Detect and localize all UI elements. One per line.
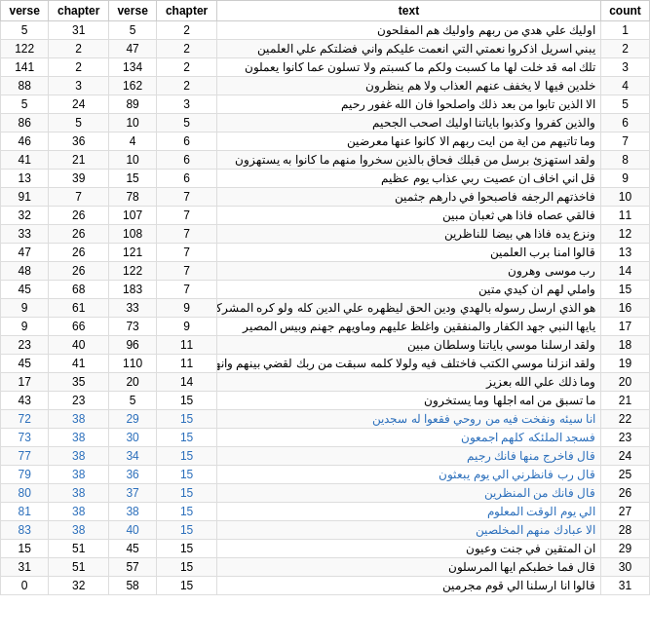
cell-text: خلدين فيها لا يخفف عنهم العذاب ولا هم ين… <box>216 77 600 95</box>
cell-verse2: 73 <box>1 429 49 447</box>
cell-verse2: 48 <box>1 262 49 281</box>
cell-text: الا الذين تابوا من بعد ذلك واصلحوا فان ا… <box>216 95 600 114</box>
main-table: count text chapter verse chapter verse 1… <box>0 0 650 595</box>
cell-chapter2: 26 <box>49 244 109 262</box>
table-row: 22انا سيئه ونفخت فيه من روحي فقعوا له سج… <box>1 410 650 429</box>
cell-chapter1: 2 <box>157 58 217 77</box>
cell-verse1: 183 <box>109 281 157 299</box>
cell-count: 31 <box>601 577 650 595</box>
table-row: 28الا عبادك منهم المخلصين15403883 <box>1 521 650 540</box>
cell-count: 1 <box>601 21 650 40</box>
cell-chapter1: 15 <box>157 410 217 429</box>
cell-count: 4 <box>601 77 650 95</box>
cell-text: انا سيئه ونفخت فيه من روحي فقعوا له سجدي… <box>216 410 600 429</box>
cell-count: 19 <box>601 355 650 373</box>
cell-verse2: 81 <box>1 503 49 521</box>
cell-chapter2: 35 <box>49 373 109 392</box>
cell-text: وما تاتيهم من اية من ايت ربهم الا كانوا … <box>216 133 600 151</box>
cell-text: ولقد ارسلنا موسي باياتنا وسلطان مبين <box>216 336 600 355</box>
cell-chapter2: 38 <box>49 429 109 447</box>
table-row: 17يايها النبي جهد الكفار والمنفقين واغلظ… <box>1 318 650 336</box>
cell-verse2: 77 <box>1 447 49 466</box>
cell-verse2: 47 <box>1 244 49 262</box>
cell-count: 12 <box>601 225 650 244</box>
cell-text: قل اني اخاف ان عصيت ربي عذاب يوم عظيم <box>216 170 600 188</box>
cell-verse2: 9 <box>1 299 49 318</box>
cell-count: 30 <box>601 558 650 577</box>
cell-verse1: 5 <box>109 21 157 40</box>
cell-count: 20 <box>601 373 650 392</box>
cell-verse1: 73 <box>109 318 157 336</box>
table-row: 25قال رب فانظرني الي يوم يبعثون15363879 <box>1 466 650 484</box>
cell-chapter1: 6 <box>157 170 217 188</box>
cell-verse1: 10 <box>109 114 157 133</box>
cell-verse2: 41 <box>1 151 49 170</box>
header-verse2: verse <box>1 1 49 21</box>
cell-count: 7 <box>601 133 650 151</box>
cell-verse1: 78 <box>109 188 157 207</box>
table-row: 12ونزع يده فاذا هي بيضا للناظرين71082633 <box>1 225 650 244</box>
cell-chapter1: 15 <box>157 466 217 484</box>
cell-chapter1: 15 <box>157 429 217 447</box>
cell-chapter1: 15 <box>157 540 217 558</box>
cell-verse2: 43 <box>1 392 49 410</box>
cell-verse1: 89 <box>109 95 157 114</box>
cell-chapter2: 2 <box>49 40 109 58</box>
cell-chapter1: 7 <box>157 225 217 244</box>
cell-verse2: 13 <box>1 170 49 188</box>
cell-verse1: 40 <box>109 521 157 540</box>
cell-text: فاخذتهم الرجفه فاصبحوا في دارهم جثمين <box>216 188 600 207</box>
cell-verse1: 20 <box>109 373 157 392</box>
cell-text: قالوا امنا برب العلمين <box>216 244 600 262</box>
cell-chapter2: 68 <box>49 281 109 299</box>
cell-chapter2: 7 <box>49 188 109 207</box>
cell-chapter2: 38 <box>49 410 109 429</box>
cell-verse2: 91 <box>1 188 49 207</box>
cell-count: 26 <box>601 484 650 503</box>
table-row: 29ان المتقين في جنت وعيون15455115 <box>1 540 650 558</box>
cell-chapter2: 39 <box>49 170 109 188</box>
cell-text: تلك امه قد خلت لها ما كسبت ولكم ما كسبتم… <box>216 58 600 77</box>
cell-verse1: 57 <box>109 558 157 577</box>
cell-chapter1: 7 <box>157 262 217 281</box>
cell-chapter2: 3 <box>49 77 109 95</box>
cell-verse1: 47 <box>109 40 157 58</box>
table-row: 7وما تاتيهم من اية من ايت ربهم الا كانوا… <box>1 133 650 151</box>
table-row: 15واملي لهم ان كيدي متين71836845 <box>1 281 650 299</box>
cell-count: 13 <box>601 244 650 262</box>
cell-verse1: 38 <box>109 503 157 521</box>
table-row: 14رب موسى وهرون71222648 <box>1 262 650 281</box>
cell-chapter1: 15 <box>157 577 217 595</box>
cell-chapter1: 11 <box>157 355 217 373</box>
cell-chapter2: 5 <box>49 114 109 133</box>
table-row: 31قالوا انا ارسلنا الي قوم مجرمين1558320 <box>1 577 650 595</box>
cell-verse2: 31 <box>1 558 49 577</box>
cell-count: 17 <box>601 318 650 336</box>
cell-text: فالقي عصاه فاذا هي ثعبان مبين <box>216 207 600 225</box>
cell-chapter2: 2 <box>49 58 109 77</box>
cell-chapter2: 26 <box>49 225 109 244</box>
cell-count: 15 <box>601 281 650 299</box>
cell-verse1: 30 <box>109 429 157 447</box>
cell-verse1: 10 <box>109 151 157 170</box>
cell-chapter1: 15 <box>157 503 217 521</box>
cell-verse2: 141 <box>1 58 49 77</box>
table-row: 6والذين كفروا وكذبوا باياتنا اوليك اصحب … <box>1 114 650 133</box>
cell-text: يبني اسريل اذكروا نعمتي التي انعمت عليكم… <box>216 40 600 58</box>
cell-verse1: 45 <box>109 540 157 558</box>
cell-count: 21 <box>601 392 650 410</box>
header-text: text <box>216 1 600 21</box>
table-row: 30قال فما خطبكم ايها المرسلون15575131 <box>1 558 650 577</box>
cell-count: 14 <box>601 262 650 281</box>
cell-verse1: 122 <box>109 262 157 281</box>
cell-verse2: 9 <box>1 318 49 336</box>
table-row: 3تلك امه قد خلت لها ما كسبت ولكم ما كسبت… <box>1 58 650 77</box>
cell-chapter1: 11 <box>157 336 217 355</box>
cell-count: 2 <box>601 40 650 58</box>
cell-verse1: 110 <box>109 355 157 373</box>
table-row: 1اوليك علي هدي من ربهم واوليك هم المفلحو… <box>1 21 650 40</box>
cell-verse2: 122 <box>1 40 49 58</box>
table-row: 9قل اني اخاف ان عصيت ربي عذاب يوم عظيم61… <box>1 170 650 188</box>
cell-chapter2: 32 <box>49 577 109 595</box>
cell-count: 25 <box>601 466 650 484</box>
